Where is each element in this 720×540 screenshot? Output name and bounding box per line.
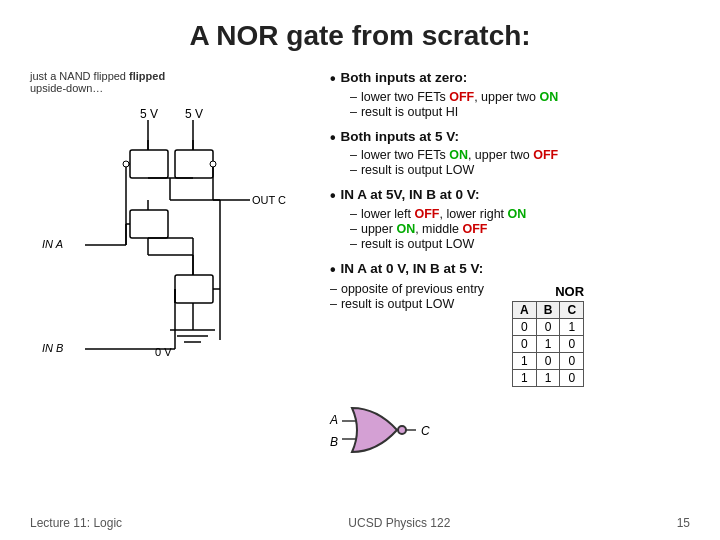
sub-list-1: lower two FETs OFF, upper two ON result … bbox=[350, 90, 690, 119]
sub-item-3-1: lower left OFF, lower right ON bbox=[350, 207, 690, 221]
bullet-section-4: IN A at 0 V, IN B at 5 V: opposite of pr… bbox=[330, 261, 690, 388]
nor-table-caption: NOR bbox=[512, 284, 584, 301]
sub-list-3: lower left OFF, lower right ON upper ON,… bbox=[350, 207, 690, 251]
off-label-3b: OFF bbox=[462, 222, 487, 236]
svg-rect-17 bbox=[175, 275, 213, 303]
gate-input-a: A bbox=[330, 413, 338, 427]
bullet-heading-1: Both inputs at zero: bbox=[330, 70, 690, 88]
circuit-label: just a NAND flipped flipped upside-down… bbox=[30, 70, 165, 94]
col-header-b: B bbox=[536, 302, 560, 319]
v1-label: 5 V bbox=[140, 107, 158, 121]
nor-cell-2-2: 0 bbox=[560, 353, 584, 370]
gate-input-labels: A B bbox=[330, 413, 338, 449]
gate-input-b: B bbox=[330, 435, 338, 449]
nor-cell-3-0: 1 bbox=[513, 370, 537, 387]
bullet-section-3: IN A at 5V, IN B at 0 V: lower left OFF,… bbox=[330, 187, 690, 251]
slide-title: A NOR gate from scratch: bbox=[30, 20, 690, 52]
nor-cell-2-0: 1 bbox=[513, 353, 537, 370]
on-label-3b: ON bbox=[396, 222, 415, 236]
nor-cell-1-2: 0 bbox=[560, 336, 584, 353]
nor-cell-3-2: 0 bbox=[560, 370, 584, 387]
bullet-heading-2: Both inputs at 5 V: bbox=[330, 129, 690, 147]
on-label-1: ON bbox=[540, 90, 559, 104]
bullet-heading-3: IN A at 5V, IN B at 0 V: bbox=[330, 187, 690, 205]
v2-label: 5 V bbox=[185, 107, 203, 121]
nor-cell-2-1: 0 bbox=[536, 353, 560, 370]
nor-table-container: NOR A B C 001010100110 bbox=[512, 282, 584, 387]
sub-item-3-2: upper ON, middle OFF bbox=[350, 222, 690, 236]
circuit-area: just a NAND flipped flipped upside-down…… bbox=[30, 70, 320, 460]
bullets-area: Both inputs at zero: lower two FETs OFF,… bbox=[330, 70, 690, 458]
inB-label: IN B bbox=[42, 342, 63, 354]
nor-cell-1-0: 0 bbox=[513, 336, 537, 353]
off-label-1: OFF bbox=[449, 90, 474, 104]
nor-cell-1-1: 1 bbox=[536, 336, 560, 353]
gnd-label: 0 V bbox=[155, 346, 172, 358]
nor-sub-list: opposite of previous entry result is out… bbox=[330, 282, 484, 311]
svg-point-34 bbox=[210, 161, 216, 167]
footer: Lecture 11: Logic UCSD Physics 122 15 bbox=[30, 516, 690, 530]
on-label-2: ON bbox=[449, 148, 468, 162]
off-label-2: OFF bbox=[533, 148, 558, 162]
sub-item-4-2: result is output LOW bbox=[330, 297, 484, 311]
footer-right: 15 bbox=[677, 516, 690, 530]
sub-list-2: lower two FETs ON, upper two OFF result … bbox=[350, 148, 690, 177]
nor-gate-symbol-wrap: A B C bbox=[330, 403, 690, 458]
circuit-diagram: 5 V 5 V bbox=[30, 100, 315, 470]
flipped-label: flipped bbox=[129, 70, 165, 82]
sub-item-2-2: result is output LOW bbox=[350, 163, 690, 177]
svg-point-39 bbox=[398, 426, 406, 434]
gate-output-label: C bbox=[421, 424, 430, 438]
col-header-c: C bbox=[560, 302, 584, 319]
svg-rect-2 bbox=[130, 150, 168, 178]
svg-rect-12 bbox=[130, 210, 168, 238]
sub-item-1-2: result is output HI bbox=[350, 105, 690, 119]
nor-truth-table: NOR A B C 001010100110 bbox=[512, 284, 584, 387]
nor-table-wrap: opposite of previous entry result is out… bbox=[330, 282, 690, 387]
col-header-a: A bbox=[513, 302, 537, 319]
bullet-heading-4: IN A at 0 V, IN B at 5 V: bbox=[330, 261, 690, 279]
nor-cell-0-0: 0 bbox=[513, 319, 537, 336]
sub-item-1-1: lower two FETs OFF, upper two ON bbox=[350, 90, 690, 104]
nor-gate-svg bbox=[342, 403, 417, 458]
slide: A NOR gate from scratch: just a NAND fli… bbox=[0, 0, 720, 540]
main-content: just a NAND flipped flipped upside-down…… bbox=[30, 70, 690, 460]
footer-left: Lecture 11: Logic bbox=[30, 516, 122, 530]
sub-item-4-1: opposite of previous entry bbox=[330, 282, 484, 296]
out-label: OUT C bbox=[252, 194, 286, 206]
nor-cell-0-2: 1 bbox=[560, 319, 584, 336]
nor-cell-3-1: 1 bbox=[536, 370, 560, 387]
sub-item-3-3: result is output LOW bbox=[350, 237, 690, 251]
off-label-3a: OFF bbox=[414, 207, 439, 221]
svg-rect-6 bbox=[175, 150, 213, 178]
inA-label: IN A bbox=[42, 238, 63, 250]
svg-point-33 bbox=[123, 161, 129, 167]
sub-item-2-1: lower two FETs ON, upper two OFF bbox=[350, 148, 690, 162]
bullet-section-2: Both inputs at 5 V: lower two FETs ON, u… bbox=[330, 129, 690, 178]
nor-cell-0-1: 0 bbox=[536, 319, 560, 336]
on-label-3a: ON bbox=[508, 207, 527, 221]
bullet-section-1: Both inputs at zero: lower two FETs OFF,… bbox=[330, 70, 690, 119]
footer-center: UCSD Physics 122 bbox=[348, 516, 450, 530]
